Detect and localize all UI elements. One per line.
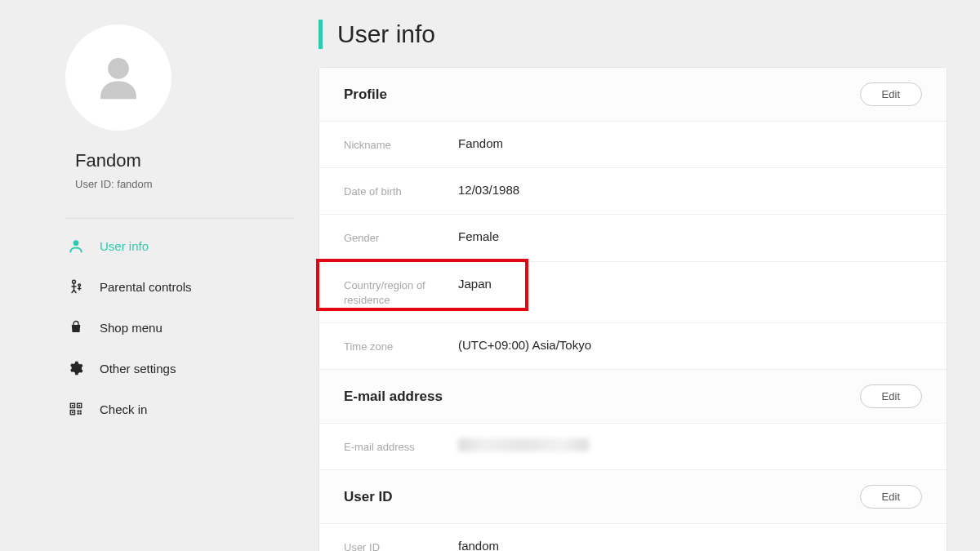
page-title: User info bbox=[337, 20, 435, 48]
svg-rect-12 bbox=[78, 413, 79, 415]
field-label: Country/region of residence bbox=[344, 277, 458, 308]
section-title: Profile bbox=[344, 87, 387, 103]
divider bbox=[65, 218, 294, 219]
svg-rect-10 bbox=[78, 411, 79, 412]
shopping-bag-icon bbox=[67, 318, 85, 336]
field-value: (UTC+09:00) Asia/Tokyo bbox=[458, 338, 591, 352]
svg-rect-13 bbox=[80, 413, 82, 415]
sidebar-display-name: Fandom bbox=[65, 150, 318, 171]
sidebar-item-label: Check in bbox=[100, 402, 147, 416]
sidebar-item-other-settings[interactable]: Other settings bbox=[65, 348, 318, 389]
field-time-zone: Time zone (UTC+09:00) Asia/Tokyo bbox=[319, 323, 947, 370]
edit-email-button[interactable]: Edit bbox=[860, 384, 922, 408]
field-date-of-birth: Date of birth 12/03/1988 bbox=[319, 168, 947, 215]
family-icon bbox=[67, 278, 85, 295]
field-user-id: User ID fandom bbox=[319, 524, 947, 551]
profile-section-header: Profile Edit bbox=[319, 68, 947, 122]
person-icon bbox=[90, 49, 147, 106]
sidebar: Fandom User ID: fandom User info bbox=[0, 0, 318, 551]
field-label: Date of birth bbox=[344, 183, 458, 199]
sidebar-item-user-info[interactable]: User info bbox=[65, 225, 318, 266]
field-value-redacted bbox=[458, 438, 589, 451]
user-id-section-header: User ID Edit bbox=[319, 470, 947, 524]
field-nickname: Nickname Fandom bbox=[319, 122, 947, 168]
sidebar-item-shop-menu[interactable]: Shop menu bbox=[65, 307, 318, 348]
field-label: Time zone bbox=[344, 338, 458, 354]
svg-rect-11 bbox=[80, 411, 82, 412]
redacted-strip bbox=[458, 438, 589, 451]
field-label: E-mail address bbox=[344, 438, 458, 455]
svg-point-1 bbox=[74, 240, 79, 246]
accent-bar bbox=[318, 20, 323, 49]
field-label: Nickname bbox=[344, 136, 458, 153]
svg-rect-5 bbox=[72, 405, 74, 407]
field-value: fandom bbox=[458, 539, 499, 551]
field-value: 12/03/1988 bbox=[458, 183, 519, 197]
sidebar-item-check-in[interactable]: Check in bbox=[65, 389, 318, 429]
field-value: Japan bbox=[458, 277, 492, 291]
edit-profile-button[interactable]: Edit bbox=[860, 82, 922, 106]
svg-point-2 bbox=[73, 280, 76, 283]
person-icon bbox=[67, 237, 85, 255]
svg-rect-9 bbox=[72, 411, 74, 413]
main-content: User info Profile Edit Nickname Fandom D… bbox=[318, 0, 980, 551]
avatar bbox=[65, 24, 172, 131]
field-value: Fandom bbox=[458, 136, 503, 150]
sidebar-item-label: Other settings bbox=[100, 362, 176, 375]
sidebar-item-label: Shop menu bbox=[100, 321, 163, 335]
svg-point-0 bbox=[108, 58, 129, 79]
gear-icon bbox=[67, 359, 85, 377]
field-gender: Gender Female bbox=[319, 215, 947, 261]
field-country-region: Country/region of residence Japan bbox=[319, 262, 947, 323]
sidebar-user-id: User ID: fandom bbox=[65, 178, 318, 190]
email-section-header: E-mail address Edit bbox=[319, 370, 947, 424]
field-label: User ID bbox=[344, 539, 458, 551]
sidebar-item-parental-controls[interactable]: Parental controls bbox=[65, 266, 318, 307]
section-title: E-mail address bbox=[344, 389, 443, 405]
sidebar-item-label: User info bbox=[100, 239, 149, 253]
field-label: Gender bbox=[344, 229, 458, 246]
page-title-row: User info bbox=[318, 20, 947, 49]
svg-rect-7 bbox=[78, 405, 80, 407]
edit-user-id-button[interactable]: Edit bbox=[860, 485, 922, 509]
sidebar-item-label: Parental controls bbox=[100, 280, 192, 294]
settings-card: Profile Edit Nickname Fandom Date of bir… bbox=[318, 67, 947, 551]
field-email: E-mail address bbox=[319, 424, 947, 470]
section-title: User ID bbox=[344, 489, 393, 505]
qr-code-icon bbox=[67, 400, 85, 418]
field-value: Female bbox=[458, 229, 499, 243]
